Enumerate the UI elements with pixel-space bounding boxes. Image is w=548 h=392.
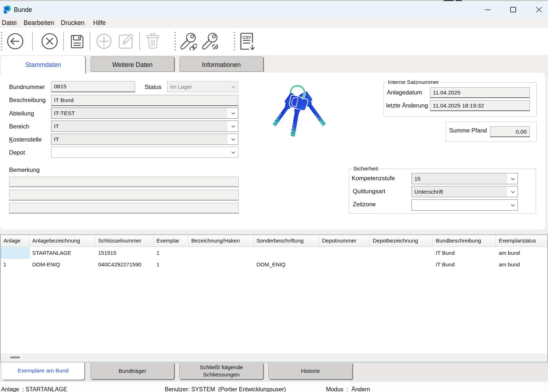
svg-text:CSV: CSV xyxy=(243,35,251,39)
